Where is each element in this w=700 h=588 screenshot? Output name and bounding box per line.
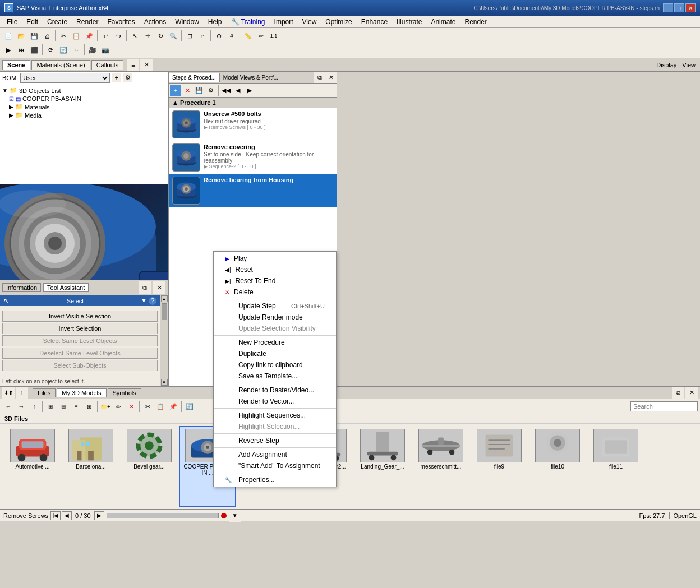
menu-file[interactable]: File [2, 17, 22, 27]
rp-back-btn[interactable]: ◀ [232, 85, 243, 96]
bom-add-btn[interactable]: + [112, 73, 121, 82]
rp-save-btn[interactable]: 💾 [194, 85, 205, 96]
tab-close-all-btn[interactable]: ✕ [140, 59, 153, 71]
tab-menu-btn[interactable]: ≡ [127, 59, 139, 71]
btb-newdir[interactable]: 📁+ [99, 400, 112, 413]
btb-delete[interactable]: ✕ [125, 400, 137, 413]
menu-illustrate[interactable]: Illustrate [392, 17, 426, 27]
menu-optimize[interactable]: Optimize [321, 17, 356, 27]
tb2-3[interactable]: ⬛ [28, 44, 40, 56]
cm-render-vector[interactable]: Render to Vector... [214, 396, 336, 407]
cm-render-raster[interactable]: Render to Raster/Video... [214, 385, 336, 396]
rp-close-btn[interactable]: ✕ [325, 72, 337, 83]
menu-create[interactable]: Create [43, 17, 72, 27]
btb-cut[interactable]: ✂ [141, 400, 154, 413]
btn-invert-visible-selection[interactable]: Invert Visible Selection [2, 311, 158, 322]
tb2-4[interactable]: ⟳ [44, 44, 57, 56]
btb-forward[interactable]: → [15, 400, 27, 413]
tb-grid[interactable]: # [225, 30, 238, 42]
rp-fwd-btn[interactable]: ▶ [244, 85, 255, 96]
cm-properties[interactable]: 🔧 Properties... [214, 474, 336, 485]
cm-copy-link[interactable]: Copy link to clipboard [214, 359, 336, 371]
ta-dropdown-icon[interactable]: ▼ [141, 297, 147, 305]
tree-item-materials[interactable]: ▶ 📁 Materials [2, 103, 165, 111]
ta-float-btn[interactable]: ⧉ [139, 281, 151, 294]
progress-bar[interactable] [107, 513, 219, 518]
tb-snap[interactable]: ⊕ [213, 30, 225, 42]
scroll-up-arrow[interactable]: ▲ [161, 295, 168, 302]
tb2-7[interactable]: 🎥 [86, 44, 99, 56]
play-first-btn[interactable]: |◀ [50, 511, 61, 520]
bom-settings-btn[interactable]: ⚙ [123, 73, 132, 82]
tree-item-3dobjects[interactable]: ▼ 📁 3D Objects List [2, 86, 165, 95]
tab-model-views[interactable]: Model Views & Portf... [220, 73, 282, 82]
step-expand-1[interactable]: ▶ Remove Screws [ 0 - 30 ] [204, 124, 333, 130]
step-item-2[interactable]: Remove covering Set to one side - Keep c… [169, 141, 337, 174]
file-item-0[interactable]: Automotive ... [4, 426, 61, 507]
cm-play[interactable]: ▶ Play [214, 253, 336, 264]
btn-select-same-level[interactable]: Select Same Level Objects [2, 335, 158, 346]
tb2-1[interactable]: ▶ [2, 44, 15, 56]
cm-new-procedure[interactable]: New Procedure [214, 337, 336, 348]
menu-edit[interactable]: Edit [22, 17, 43, 27]
cm-smart-add[interactable]: "Smart Add" To Assignment [214, 460, 336, 471]
maximize-button[interactable]: □ [674, 3, 684, 12]
tree-item-media[interactable]: ▶ 📁 Media [2, 111, 165, 119]
file-item-6[interactable]: Landing_Gear_... [354, 426, 411, 507]
btb-back[interactable]: ← [2, 400, 15, 413]
btb-copy2[interactable]: 📋 [154, 400, 167, 413]
menu-help[interactable]: Help [204, 17, 227, 27]
file-item-10[interactable]: file11 [588, 426, 644, 507]
tb-rotate[interactable]: ↻ [154, 30, 167, 42]
tab-tool-assistant[interactable]: Tool Assistant [43, 283, 89, 292]
view-btn[interactable]: View [680, 62, 698, 68]
cm-delete[interactable]: ✕ Delete [214, 286, 336, 298]
file-item-7[interactable]: messerschmitt... [413, 426, 469, 507]
tab-steps-procedures[interactable]: Steps & Proced... [169, 73, 220, 82]
bt-expand-btn[interactable]: ↑ [16, 387, 28, 399]
tab-my3dmodels[interactable]: My 3D Models [57, 388, 106, 397]
scroll-thumb[interactable] [162, 303, 167, 320]
bt-close-btn[interactable]: ✕ [685, 387, 698, 399]
tb2-5[interactable]: 🔄 [57, 44, 70, 56]
btb-refresh[interactable]: 🔄 [183, 400, 196, 413]
cm-reset-to-end[interactable]: ▶| Reset To End [214, 275, 336, 286]
scroll-down-arrow[interactable]: ▼ [161, 379, 168, 386]
menu-render2[interactable]: Render [460, 17, 491, 27]
menu-view[interactable]: View [298, 17, 321, 27]
step-item-1[interactable]: Unscrew #500 bolts Hex nut driver requir… [169, 108, 337, 141]
tb-zoom[interactable]: 🔍 [167, 30, 179, 42]
tb-1to1[interactable]: 1:1 [268, 30, 280, 42]
bt-float-btn[interactable]: ⧉ [672, 387, 684, 399]
menu-training[interactable]: 🔧 Training [227, 17, 270, 27]
close-button[interactable]: ✕ [685, 3, 696, 12]
btn-select-sub-objects[interactable]: Select Sub-Objects [2, 360, 158, 371]
btb-smallicons[interactable]: ⊟ [57, 400, 70, 413]
cm-save-template[interactable]: Save as Template... [214, 371, 336, 382]
btn-deselect-same-level[interactable]: Deselect Same Level Objects [2, 348, 158, 359]
btb-up[interactable]: ↑ [28, 400, 40, 413]
btb-details[interactable]: ≡ [70, 400, 82, 413]
file-item-2[interactable]: Bevel gear... [121, 426, 177, 507]
cm-highlight-sequences[interactable]: Highlight Sequences... [214, 410, 336, 421]
btb-rename[interactable]: ✏ [112, 400, 125, 413]
tb-fit[interactable]: ⊡ [183, 30, 196, 42]
rp-add-btn[interactable]: + [170, 85, 181, 96]
play-prev-btn[interactable]: ◀ [62, 511, 72, 520]
step-item-3[interactable]: Remove bearing from Housing [169, 174, 337, 207]
rp-settings-btn[interactable]: ⚙ [205, 85, 217, 96]
viewport[interactable] [0, 184, 168, 280]
tb-cut[interactable]: ✂ [57, 30, 70, 42]
play-next-btn[interactable]: ▶ [94, 511, 104, 520]
tb-move[interactable]: ✛ [141, 30, 154, 42]
tb-save[interactable]: 💾 [28, 30, 40, 42]
tb-copy[interactable]: 📋 [70, 30, 82, 42]
rp-delete-btn[interactable]: ✕ [182, 85, 193, 96]
menu-actions[interactable]: Actions [140, 17, 171, 27]
tb-annotate[interactable]: ✏ [255, 30, 267, 42]
btb-largeicons[interactable]: ⊞ [44, 400, 57, 413]
btb-paste2[interactable]: 📌 [167, 400, 179, 413]
rp-prev-btn[interactable]: ◀◀ [220, 85, 232, 96]
file-item-1[interactable]: Barcelona... [63, 426, 119, 507]
tb2-8[interactable]: 📷 [99, 44, 112, 56]
